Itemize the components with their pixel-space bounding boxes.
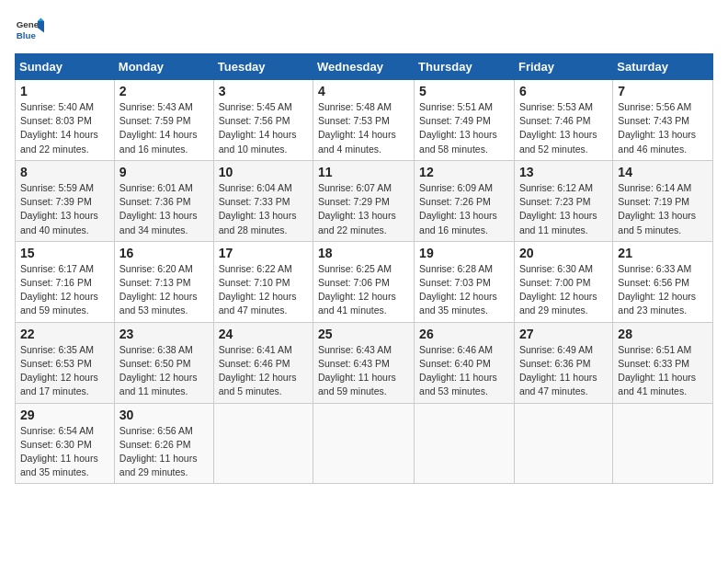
calendar-cell: 21Sunrise: 6:33 AM Sunset: 6:56 PM Dayli… [613,241,713,322]
day-info: Sunrise: 6:49 AM Sunset: 6:36 PM Dayligh… [519,343,608,399]
day-info: Sunrise: 6:04 AM Sunset: 7:33 PM Dayligh… [219,181,308,237]
calendar-cell: 28Sunrise: 6:51 AM Sunset: 6:33 PM Dayli… [613,322,713,403]
day-number: 16 [119,246,209,260]
col-header-tuesday: Tuesday [213,54,313,80]
day-number: 11 [318,165,409,179]
day-info: Sunrise: 6:07 AM Sunset: 7:29 PM Dayligh… [318,181,409,237]
day-number: 6 [519,84,608,98]
day-number: 23 [119,327,209,341]
day-number: 3 [219,84,308,98]
day-number: 13 [519,165,608,179]
day-number: 8 [20,165,109,179]
day-info: Sunrise: 5:43 AM Sunset: 7:59 PM Dayligh… [119,100,209,156]
col-header-thursday: Thursday [415,54,515,80]
day-info: Sunrise: 6:41 AM Sunset: 6:46 PM Dayligh… [219,343,308,399]
calendar-cell [613,403,713,484]
calendar-cell: 14Sunrise: 6:14 AM Sunset: 7:19 PM Dayli… [613,160,713,241]
day-number: 26 [419,327,509,341]
calendar-cell: 30Sunrise: 6:56 AM Sunset: 6:26 PM Dayli… [114,403,213,484]
day-info: Sunrise: 6:38 AM Sunset: 6:50 PM Dayligh… [119,343,209,399]
calendar-cell: 26Sunrise: 6:46 AM Sunset: 6:40 PM Dayli… [415,322,515,403]
day-info: Sunrise: 5:56 AM Sunset: 7:43 PM Dayligh… [618,100,708,156]
calendar-cell: 15Sunrise: 6:17 AM Sunset: 7:16 PM Dayli… [16,241,115,322]
calendar-cell: 5Sunrise: 5:51 AM Sunset: 7:49 PM Daylig… [415,80,515,161]
day-number: 25 [318,327,409,341]
calendar-cell: 7Sunrise: 5:56 AM Sunset: 7:43 PM Daylig… [613,80,713,161]
calendar-cell: 4Sunrise: 5:48 AM Sunset: 7:53 PM Daylig… [313,80,415,161]
calendar-cell: 9Sunrise: 6:01 AM Sunset: 7:36 PM Daylig… [114,160,213,241]
calendar-cell [415,403,515,484]
calendar-cell: 27Sunrise: 6:49 AM Sunset: 6:36 PM Dayli… [514,322,612,403]
calendar-cell [313,403,415,484]
day-number: 2 [119,84,209,98]
calendar-cell: 8Sunrise: 5:59 AM Sunset: 7:39 PM Daylig… [16,160,115,241]
day-info: Sunrise: 5:40 AM Sunset: 8:03 PM Dayligh… [20,100,109,156]
day-info: Sunrise: 5:51 AM Sunset: 7:49 PM Dayligh… [419,100,509,156]
col-header-saturday: Saturday [613,54,713,80]
day-number: 17 [219,246,308,260]
day-info: Sunrise: 6:51 AM Sunset: 6:33 PM Dayligh… [618,343,708,399]
col-header-friday: Friday [514,54,612,80]
day-info: Sunrise: 6:22 AM Sunset: 7:10 PM Dayligh… [219,262,308,318]
calendar-cell [213,403,313,484]
day-number: 22 [20,327,109,341]
svg-text:Blue: Blue [17,30,37,40]
day-number: 21 [618,246,708,260]
calendar-cell: 2Sunrise: 5:43 AM Sunset: 7:59 PM Daylig… [114,80,213,161]
day-info: Sunrise: 6:28 AM Sunset: 7:03 PM Dayligh… [419,262,509,318]
day-number: 5 [419,84,509,98]
day-info: Sunrise: 6:46 AM Sunset: 6:40 PM Dayligh… [419,343,509,399]
day-info: Sunrise: 6:20 AM Sunset: 7:13 PM Dayligh… [119,262,209,318]
calendar-table: SundayMondayTuesdayWednesdayThursdayFrid… [15,53,713,484]
logo: General Blue [15,15,48,44]
day-number: 12 [419,165,509,179]
calendar-cell: 19Sunrise: 6:28 AM Sunset: 7:03 PM Dayli… [415,241,515,322]
day-info: Sunrise: 5:53 AM Sunset: 7:46 PM Dayligh… [519,100,608,156]
calendar-cell: 20Sunrise: 6:30 AM Sunset: 7:00 PM Dayli… [514,241,612,322]
calendar-cell: 13Sunrise: 6:12 AM Sunset: 7:23 PM Dayli… [514,160,612,241]
calendar-cell [514,403,612,484]
calendar-week-row: 8Sunrise: 5:59 AM Sunset: 7:39 PM Daylig… [16,160,713,241]
calendar-cell: 18Sunrise: 6:25 AM Sunset: 7:06 PM Dayli… [313,241,415,322]
calendar-cell: 22Sunrise: 6:35 AM Sunset: 6:53 PM Dayli… [16,322,115,403]
day-info: Sunrise: 6:14 AM Sunset: 7:19 PM Dayligh… [618,181,708,237]
page-header: General Blue [15,15,713,44]
calendar-cell: 17Sunrise: 6:22 AM Sunset: 7:10 PM Dayli… [213,241,313,322]
calendar-header-row: SundayMondayTuesdayWednesdayThursdayFrid… [16,54,713,80]
day-info: Sunrise: 5:59 AM Sunset: 7:39 PM Dayligh… [20,181,109,237]
day-info: Sunrise: 6:33 AM Sunset: 6:56 PM Dayligh… [618,262,708,318]
day-info: Sunrise: 6:01 AM Sunset: 7:36 PM Dayligh… [119,181,209,237]
day-info: Sunrise: 6:30 AM Sunset: 7:00 PM Dayligh… [519,262,608,318]
calendar-cell: 1Sunrise: 5:40 AM Sunset: 8:03 PM Daylig… [16,80,115,161]
day-number: 29 [20,408,109,422]
calendar-cell: 3Sunrise: 5:45 AM Sunset: 7:56 PM Daylig… [213,80,313,161]
col-header-monday: Monday [114,54,213,80]
logo-icon: General Blue [15,15,44,44]
calendar-week-row: 29Sunrise: 6:54 AM Sunset: 6:30 PM Dayli… [16,403,713,484]
calendar-week-row: 22Sunrise: 6:35 AM Sunset: 6:53 PM Dayli… [16,322,713,403]
day-number: 10 [219,165,308,179]
day-number: 27 [519,327,608,341]
day-info: Sunrise: 6:56 AM Sunset: 6:26 PM Dayligh… [119,424,209,480]
day-info: Sunrise: 6:25 AM Sunset: 7:06 PM Dayligh… [318,262,409,318]
day-info: Sunrise: 6:09 AM Sunset: 7:26 PM Dayligh… [419,181,509,237]
day-info: Sunrise: 6:43 AM Sunset: 6:43 PM Dayligh… [318,343,409,399]
calendar-cell: 10Sunrise: 6:04 AM Sunset: 7:33 PM Dayli… [213,160,313,241]
day-number: 20 [519,246,608,260]
day-number: 15 [20,246,109,260]
col-header-sunday: Sunday [16,54,115,80]
day-number: 28 [618,327,708,341]
day-info: Sunrise: 6:54 AM Sunset: 6:30 PM Dayligh… [20,424,109,480]
calendar-week-row: 1Sunrise: 5:40 AM Sunset: 8:03 PM Daylig… [16,80,713,161]
day-info: Sunrise: 5:48 AM Sunset: 7:53 PM Dayligh… [318,100,409,156]
day-number: 7 [618,84,708,98]
day-number: 24 [219,327,308,341]
calendar-cell: 24Sunrise: 6:41 AM Sunset: 6:46 PM Dayli… [213,322,313,403]
calendar-cell: 23Sunrise: 6:38 AM Sunset: 6:50 PM Dayli… [114,322,213,403]
day-number: 4 [318,84,409,98]
col-header-wednesday: Wednesday [313,54,415,80]
day-info: Sunrise: 6:35 AM Sunset: 6:53 PM Dayligh… [20,343,109,399]
day-info: Sunrise: 5:45 AM Sunset: 7:56 PM Dayligh… [219,100,308,156]
calendar-cell: 29Sunrise: 6:54 AM Sunset: 6:30 PM Dayli… [16,403,115,484]
day-number: 19 [419,246,509,260]
